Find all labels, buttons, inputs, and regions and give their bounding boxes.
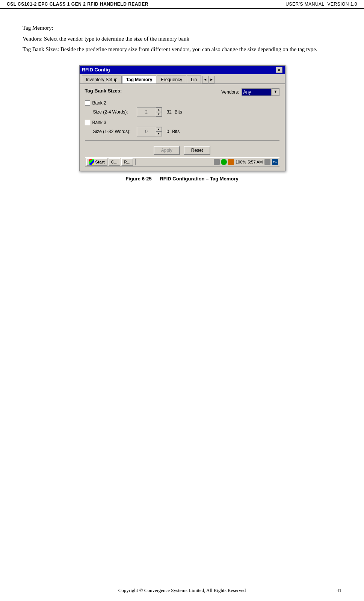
page-footer: Copyright © Convergence Systems Limited,…: [0, 585, 364, 593]
bank2-bits-label: Bits: [175, 109, 182, 115]
tabs-row: Inventory Setup Tag Memory Frequency Lin…: [80, 74, 285, 84]
vendors-dropdown-arrow[interactable]: ▼: [272, 88, 279, 96]
figure-number: Figure 6-25: [125, 176, 151, 182]
tabs-nav-prev[interactable]: ◄: [202, 76, 208, 83]
para1: Tag Memory:: [23, 24, 341, 32]
taskbar-separator: [135, 159, 136, 165]
bank3-bits-label: Bits: [172, 129, 180, 134]
reset-button[interactable]: Reset: [184, 146, 210, 155]
bank2-size-label: Size (2-4 Words):: [93, 109, 134, 115]
tab-tag-memory[interactable]: Tag Memory: [122, 76, 157, 84]
bank3-spin-down[interactable]: ▼: [156, 132, 162, 136]
footer-copyright: Copyright © Convergence Systems Limited,…: [0, 587, 364, 593]
bank2-check-row: Bank 2: [85, 100, 279, 106]
section-title: Tag Bank Sizes:: [85, 88, 122, 94]
main-content: Tag Memory: Vendors: Select the vendor t…: [0, 9, 364, 208]
taskbar-icon-3: [228, 159, 234, 165]
header-right-text: USER'S MANUAL, VERSION 1.0: [285, 2, 357, 7]
para2: Vendors: Select the vendor type to deter…: [23, 35, 341, 43]
para3: Tag Bank Sizes: Beside the predefine mem…: [23, 45, 341, 54]
figure-caption: Figure 6-25 RFID Configuration – Tag Mem…: [125, 176, 238, 182]
bank2-size-input[interactable]: [137, 107, 156, 117]
windows-icon: [89, 159, 94, 165]
bank2-label: Bank 2: [92, 100, 106, 106]
dialog-close-button[interactable]: ×: [276, 67, 282, 73]
start-label: Start: [95, 160, 105, 164]
taskbar-icon-4: [264, 159, 270, 165]
apply-button[interactable]: Apply: [154, 146, 180, 155]
dialog-title: RFID Config: [82, 67, 110, 73]
bank3-label: Bank 3: [92, 120, 106, 125]
dialog-divider: [85, 140, 279, 141]
battery-percent: 100%: [236, 160, 246, 164]
tabs-nav: ◄ ►: [202, 76, 214, 83]
bank2-checkbox[interactable]: [85, 100, 90, 106]
taskbar-time: 5:57 AM: [248, 160, 263, 164]
vendors-select-value: Any: [242, 88, 272, 96]
bank2-spin-down[interactable]: ▼: [156, 112, 162, 117]
bank3-size-row: Size (1-32 Words): ▲ ▼ 0 Bits: [85, 127, 279, 136]
bank3-size-input[interactable]: [137, 127, 156, 136]
taskbar-icons: [214, 159, 234, 165]
vendors-row: Vendors: Any ▼: [221, 88, 279, 96]
footer-page-number: 41: [337, 587, 341, 593]
bank2-bits-value: 32: [167, 109, 172, 115]
page-header: CSL CS101-2 EPC CLASS 1 GEN 2 RFID HANDH…: [0, 0, 364, 9]
header-left-text: CSL CS101-2 EPC CLASS 1 GEN 2 RFID HANDH…: [7, 2, 148, 7]
bank3-spin-up[interactable]: ▲: [156, 127, 162, 132]
taskbar-btn-r[interactable]: R...: [121, 158, 133, 166]
taskbar-lang-icon: En: [272, 159, 278, 165]
dialog-buttons: Apply Reset: [85, 144, 279, 157]
dialog-titlebar: RFID Config ×: [80, 66, 285, 74]
bank3-spin-buttons: ▲ ▼: [156, 127, 162, 136]
bank3-spin-control[interactable]: ▲ ▼: [137, 127, 162, 136]
bank2-spin-up[interactable]: ▲: [156, 107, 162, 112]
bank3-bits-value: 0: [167, 129, 169, 134]
bank3-size-label: Size (1-32 Words):: [93, 129, 134, 134]
bank3-checkbox[interactable]: [85, 120, 90, 125]
bank2-row: Bank 2 Size (2-4 Words): ▲ ▼ 32 Bits: [85, 100, 279, 117]
bank3-check-row: Bank 3: [85, 120, 279, 125]
vendors-dropdown[interactable]: Any ▼: [242, 88, 279, 96]
bank2-spin-buttons: ▲ ▼: [156, 107, 162, 117]
taskbar: Start C... R... 100% 5:57 AM: [85, 157, 279, 167]
taskbar-icon-1: [214, 159, 220, 165]
dialog-body: Tag Bank Sizes: Vendors: Any ▼: [80, 84, 285, 171]
rfid-dialog: RFID Config × Inventory Setup Tag Memory…: [79, 65, 285, 171]
tab-lin[interactable]: Lin: [187, 76, 201, 83]
bank3-row: Bank 3 Size (1-32 Words): ▲ ▼ 0 Bits: [85, 120, 279, 136]
vendors-label: Vendors:: [221, 89, 239, 95]
tab-frequency[interactable]: Frequency: [157, 76, 186, 83]
bank2-spin-control[interactable]: ▲ ▼: [137, 107, 162, 117]
taskbar-icon-2: [221, 159, 227, 165]
figure-caption-text: RFID Configuration – Tag Memory: [160, 176, 238, 182]
bank2-size-row: Size (2-4 Words): ▲ ▼ 32 Bits: [85, 107, 279, 117]
tab-inventory-setup[interactable]: Inventory Setup: [82, 76, 122, 83]
screenshot-area: RFID Config × Inventory Setup Tag Memory…: [23, 65, 341, 185]
start-button[interactable]: Start: [86, 158, 107, 166]
taskbar-btn-c[interactable]: C...: [109, 158, 120, 166]
tabs-nav-next[interactable]: ►: [208, 76, 214, 83]
taskbar-right: 100% 5:57 AM En: [214, 159, 278, 165]
